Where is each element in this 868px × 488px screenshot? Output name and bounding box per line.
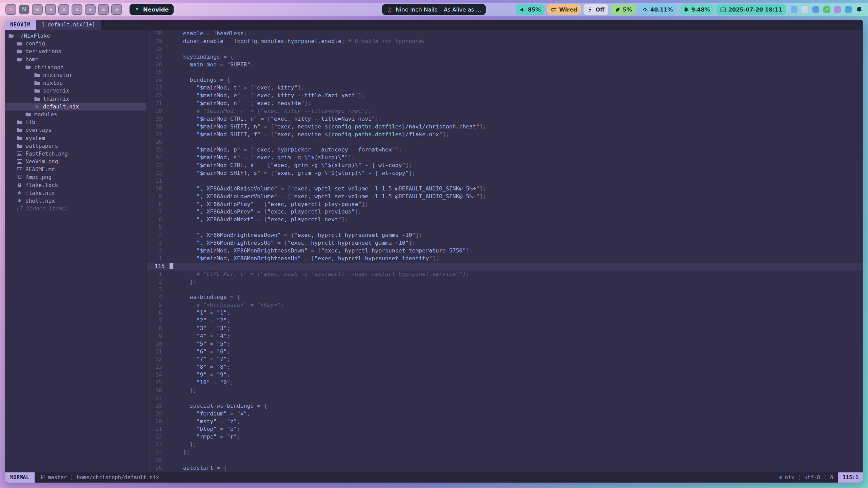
- code-line[interactable]: 8 "3" = "3";: [147, 325, 863, 332]
- code-line[interactable]: 17 "$mainMod SHIFT, f" = ["exec, neovide…: [147, 131, 863, 139]
- tray-app-1-icon[interactable]: [791, 6, 797, 13]
- code-line[interactable]: 1 "$mainMod, XF86MonBrightnessUp" = ["ex…: [147, 255, 863, 263]
- code-line[interactable]: 11 "6" = "6";: [147, 348, 863, 356]
- module-volume[interactable]: 85%: [516, 4, 545, 15]
- module-power-profile[interactable]: Off: [584, 4, 608, 15]
- code-line[interactable]: 13 "8" = "8";: [147, 363, 863, 371]
- code-line[interactable]: 115: [147, 263, 863, 270]
- tree-item-home[interactable]: home: [5, 56, 146, 63]
- workspace-4[interactable]: [45, 4, 56, 15]
- module-cpu[interactable]: 40.11%: [638, 4, 677, 15]
- code-line[interactable]: 1 # "CTRL ALT, t" = ["exec, bash -c 'sys…: [147, 270, 863, 278]
- code-line[interactable]: 9 ", XF86AudioLowerVolume" = ["exec, wpc…: [147, 193, 863, 201]
- code-line[interactable]: 15 "10" = "0";: [147, 379, 863, 387]
- code-line[interactable]: 22 "rmpc" = "r";: [147, 433, 863, 441]
- code-line[interactable]: 8 ", XF86AudioPlay" = ["exec, playerctl …: [147, 201, 863, 208]
- tree-item-Rmpc.png[interactable]: Rmpc.png: [5, 173, 146, 181]
- code-line[interactable]: 7 "2" = "2";: [147, 317, 863, 325]
- code-line[interactable]: 26 main-mod = "SUPER";: [147, 61, 863, 69]
- tree-item-FastFetch.png[interactable]: FastFetch.png: [5, 150, 146, 158]
- tree-item-christoph[interactable]: christoph: [5, 63, 146, 71]
- code-line[interactable]: 16 };: [147, 387, 863, 394]
- tree-item--7-hidden-items-[interactable]: (7 hidden items): [5, 205, 146, 212]
- code-line[interactable]: 2 "$mainMod, XF86MonBrightnessDown" = ["…: [147, 247, 863, 255]
- bell-icon[interactable]: [856, 6, 863, 13]
- tray-app-3-icon[interactable]: [812, 6, 819, 13]
- code-line[interactable]: 18 special-ws-bindings = {: [147, 402, 863, 410]
- tree-item-derivations[interactable]: derivations: [5, 47, 146, 55]
- code-line[interactable]: 18 "$mainMod SHIFT, n" = ["exec, neovide…: [147, 123, 863, 131]
- code-line[interactable]: 4 ", XF86MonBrightnessDown" = ["exec, hy…: [147, 231, 863, 239]
- code-line[interactable]: 7 ", XF86AudioPrev" = ["exec, playerctl …: [147, 208, 863, 216]
- tree-item-modules[interactable]: modules: [5, 110, 146, 118]
- module-eco[interactable]: 5%: [611, 4, 636, 15]
- code-line[interactable]: 23 "$mainMod, t" = ["exec, kitty"];: [147, 84, 863, 92]
- workspace-5[interactable]: [58, 4, 69, 15]
- code-line[interactable]: 9 "4" = "4";: [147, 332, 863, 340]
- code-line[interactable]: 25: [147, 456, 863, 464]
- tray-app-5-icon[interactable]: [834, 6, 841, 13]
- code-line[interactable]: 21 "btop" = "b";: [147, 425, 863, 433]
- code-line[interactable]: 24 };: [147, 449, 863, 456]
- tree-item-config[interactable]: config: [5, 40, 146, 47]
- code-line[interactable]: 25: [147, 68, 863, 76]
- workspace-6[interactable]: [72, 4, 82, 15]
- module-network[interactable]: Wired: [547, 4, 581, 15]
- tray-app-2-icon[interactable]: [802, 6, 808, 13]
- code-line[interactable]: 19 "$mainMod CTRL, n" = ["exec, kitty --…: [147, 115, 863, 123]
- code-line[interactable]: 5 # "<Workspace>" = "<Key>";: [147, 301, 863, 309]
- workspace-7[interactable]: [85, 4, 96, 15]
- code-line[interactable]: 5: [147, 224, 863, 231]
- tree-item-default.nix[interactable]: ❄default.nix: [5, 103, 146, 110]
- tree-item-overlays[interactable]: overlays: [5, 126, 146, 134]
- tree-root[interactable]: ~/NixFlake: [5, 32, 146, 40]
- code-line[interactable]: 24 bindings = {: [147, 76, 863, 84]
- tree-item-lib[interactable]: lib: [5, 118, 146, 126]
- code-line[interactable]: 2 };: [147, 278, 863, 286]
- tree-item-flake.lock[interactable]: flake.lock: [5, 181, 146, 189]
- code-line[interactable]: 3: [147, 286, 863, 293]
- tree-item-nixtop[interactable]: nixtop: [5, 79, 146, 87]
- workspace-9[interactable]: [111, 4, 122, 15]
- code-line[interactable]: 17: [147, 394, 863, 402]
- module-memory[interactable]: 9.48%: [679, 4, 714, 15]
- tray-app-4-icon[interactable]: ✓: [823, 6, 830, 13]
- tree-item-wallpapers[interactable]: wallpapers: [5, 142, 146, 150]
- git-branch[interactable]: master: [40, 474, 67, 481]
- tree-item-system[interactable]: system: [5, 134, 146, 142]
- code-line[interactable]: 15 "$mainMod, p" = ["exec, hyprpicker --…: [147, 146, 863, 154]
- code-line[interactable]: 29 dunst.enable = !config.modules.hyprpa…: [147, 38, 863, 45]
- code-line[interactable]: 21 "$mainMod, n" = ["exec, neovide"];: [147, 100, 863, 107]
- tree-item-shell.nix[interactable]: ❄shell.nix: [5, 197, 146, 205]
- code-line[interactable]: 14 "9" = "9";: [147, 371, 863, 379]
- tab-default-nix[interactable]: 1 default.nix[1+]: [36, 20, 100, 30]
- code-line[interactable]: 3 ", XF86MonBrightnessUp" = ["exec, hypr…: [147, 239, 863, 247]
- module-clock[interactable]: 2025-07-20 18:11: [716, 4, 786, 15]
- code-line[interactable]: 11: [147, 177, 863, 185]
- code-line[interactable]: 14 "$mainMod, s" = ["exec, grim -g \"$(s…: [147, 154, 863, 162]
- tree-item-thinknix[interactable]: thinknix: [5, 95, 146, 103]
- code-editor[interactable]: 30 enable = !headless;29 dunst.enable = …: [147, 30, 863, 472]
- tree-item-nixinator[interactable]: nixinator: [5, 71, 146, 79]
- code-line[interactable]: 12 "7" = "7";: [147, 355, 863, 363]
- code-line[interactable]: 27 keybindings = {: [147, 53, 863, 61]
- workspace-1[interactable]: ✽: [5, 4, 16, 15]
- tree-item-servenix[interactable]: servenix: [5, 87, 146, 95]
- code-line[interactable]: 13 "$mainMod CTRL, s" = ["exec, grim -g …: [147, 162, 863, 169]
- tree-item-NeoVim.png[interactable]: NeoVim.png: [5, 158, 146, 165]
- code-line[interactable]: 12 "$mainMod SHIFT, s" = ["exec, grim -g…: [147, 169, 863, 177]
- tree-item-flake.nix[interactable]: ❄flake.nix: [5, 189, 146, 197]
- code-line[interactable]: 26 autostart = {: [147, 464, 863, 472]
- neovide-launcher[interactable]: Neovide: [130, 4, 174, 15]
- code-line[interactable]: 4 ws-bindings = {: [147, 293, 863, 301]
- code-line[interactable]: 6 ", XF86AudioNext" = ["exec, playerctl …: [147, 216, 863, 224]
- code-line[interactable]: 19 "ferdium" = "x";: [147, 410, 863, 418]
- tray-app-6-icon[interactable]: [845, 6, 852, 13]
- code-line[interactable]: 30 enable = !headless;: [147, 30, 863, 38]
- workspace-2[interactable]: N: [19, 4, 29, 15]
- code-line[interactable]: 28: [147, 45, 863, 53]
- code-line[interactable]: 6 "1" = "1";: [147, 309, 863, 317]
- code-line[interactable]: 10 "5" = "5";: [147, 340, 863, 348]
- media-widget[interactable]: ♫ Nine Inch Nails – As Alive as ...: [382, 4, 486, 15]
- code-line[interactable]: 23 };: [147, 441, 863, 449]
